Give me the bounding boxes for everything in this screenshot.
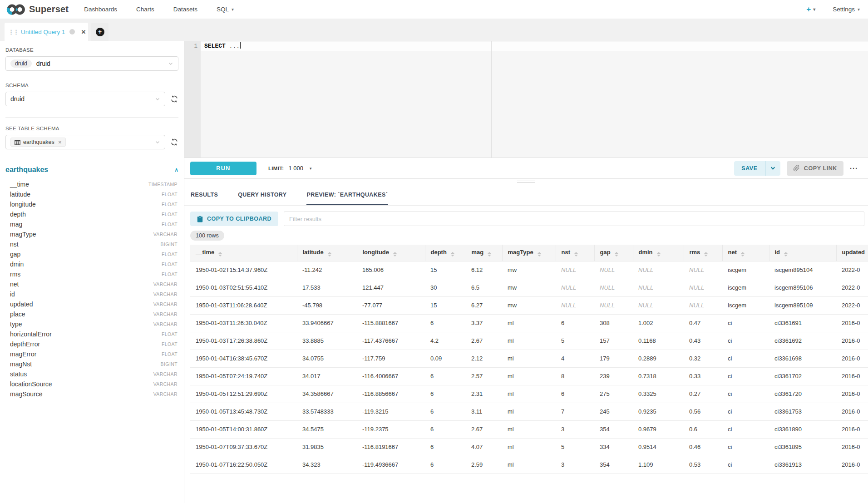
schema-column-type: VARCHAR xyxy=(153,301,178,307)
results-cell: 239 xyxy=(594,367,633,385)
query-tab[interactable]: ⋮⋮ Untitled Query 1 ✕ xyxy=(5,23,88,41)
text-cursor xyxy=(240,42,241,49)
sql-editor[interactable]: 1 SELECT ... xyxy=(184,41,868,158)
new-item-button[interactable]: + ▾ xyxy=(806,5,815,14)
limit-value: 1 000 xyxy=(288,165,303,172)
result-tab[interactable]: QUERY HISTORY xyxy=(237,188,287,205)
schema-column-type: FLOAT xyxy=(162,341,178,347)
results-column-header[interactable]: dmin xyxy=(633,245,684,261)
results-cell: 30 xyxy=(425,279,466,296)
results-column-header[interactable]: updated xyxy=(836,245,868,261)
drag-grip-icon[interactable]: ⋮⋮ xyxy=(8,29,18,35)
schema-column-name: mag xyxy=(10,221,22,228)
results-column-header[interactable]: magType xyxy=(502,245,556,261)
remove-table-icon[interactable]: ✕ xyxy=(58,140,62,145)
save-options-button[interactable] xyxy=(765,161,780,176)
results-column-label: gap xyxy=(600,249,611,256)
limit-dropdown[interactable]: LIMIT: 1 000 ▾ xyxy=(268,165,311,172)
sort-icon[interactable] xyxy=(784,252,788,256)
drag-handle-icon[interactable] xyxy=(517,181,535,184)
results-column-header[interactable]: latitude xyxy=(297,245,357,261)
run-button[interactable]: RUN xyxy=(190,162,256,175)
nav-item-dashboards[interactable]: Dashboards xyxy=(84,6,117,13)
sort-icon[interactable] xyxy=(704,252,708,256)
close-icon[interactable]: ✕ xyxy=(81,29,86,35)
settings-menu[interactable]: Settings ▾ xyxy=(833,6,860,13)
table-schema-header[interactable]: earthquakes ∧ xyxy=(5,166,178,174)
results-cell: 34.0755 xyxy=(297,350,357,367)
results-column-label: __time xyxy=(196,249,214,256)
chevron-up-icon[interactable]: ∧ xyxy=(174,167,178,173)
database-label: DATABASE xyxy=(5,47,178,53)
sort-icon[interactable] xyxy=(574,252,578,256)
results-column-header[interactable]: net xyxy=(722,245,769,261)
results-column-header[interactable]: mag xyxy=(466,245,502,261)
results-column-header[interactable]: id xyxy=(769,245,836,261)
sort-icon[interactable] xyxy=(538,252,541,256)
schema-select[interactable]: druid xyxy=(5,92,165,106)
sort-icon[interactable] xyxy=(328,252,331,256)
nav-item-datasets[interactable]: Datasets xyxy=(173,6,197,13)
results-cell: 2016-0 xyxy=(836,456,868,473)
results-cell: mw xyxy=(502,279,556,296)
results-cell: ci xyxy=(722,314,769,332)
refresh-schema-button[interactable] xyxy=(170,95,178,103)
more-options-button[interactable]: ··· xyxy=(850,164,858,172)
row-count-badge: 100 rows xyxy=(190,231,224,241)
copy-link-button[interactable]: COPY LINK xyxy=(787,161,843,176)
brand[interactable]: Superset xyxy=(6,4,69,15)
results-column-header[interactable]: rms xyxy=(684,245,722,261)
results-cell: 2.67 xyxy=(466,332,502,350)
filter-results-input[interactable] xyxy=(284,212,864,226)
results-cell: 2.57 xyxy=(466,367,502,385)
schema-column-row: magSourceVARCHAR xyxy=(5,389,178,399)
sort-icon[interactable] xyxy=(451,252,454,256)
results-cell: 7 xyxy=(556,403,594,420)
results-column-label: net xyxy=(728,249,737,256)
results-cell: iscgem895104 xyxy=(769,261,836,279)
result-tab[interactable]: PREVIEW: `EARTHQUAKES` xyxy=(306,188,389,205)
refresh-tables-button[interactable] xyxy=(170,138,178,146)
results-cell: NULL xyxy=(633,296,684,314)
print-margin-ruler xyxy=(491,41,492,158)
save-button[interactable]: SAVE xyxy=(734,161,765,176)
results-cell: -11.242 xyxy=(297,261,357,279)
results-cell: NULL xyxy=(594,261,633,279)
schema-column-type: FLOAT xyxy=(162,212,178,217)
copy-to-clipboard-button[interactable]: COPY TO CLIPBOARD xyxy=(190,212,278,226)
database-type-pill: druid xyxy=(10,59,32,68)
sort-icon[interactable] xyxy=(657,252,661,256)
results-row: 1950-01-05T07:24:19.740Z34.017-116.40066… xyxy=(190,367,868,385)
sort-icon[interactable] xyxy=(218,252,222,256)
results-cell: 0.1168 xyxy=(633,332,684,350)
results-column-header[interactable]: longitude xyxy=(357,245,425,261)
results-header-row: __timelatitudelongitudedepthmagmagTypens… xyxy=(190,245,868,261)
table-select[interactable]: earthquakes ✕ xyxy=(5,135,165,149)
sort-icon[interactable] xyxy=(615,252,618,256)
results-column-header[interactable]: nst xyxy=(556,245,594,261)
database-select[interactable]: druid druid xyxy=(5,56,178,71)
schema-column-row: longitudeFLOAT xyxy=(5,199,178,209)
results-column-label: nst xyxy=(562,249,571,256)
result-tab[interactable]: RESULTS xyxy=(190,188,218,205)
table-tag[interactable]: earthquakes ✕ xyxy=(10,138,66,147)
schema-column-row: typeVARCHAR xyxy=(5,319,178,329)
results-column-header[interactable]: __time xyxy=(190,245,297,261)
new-query-tab-button[interactable]: + xyxy=(91,23,108,41)
schema-column-type: FLOAT xyxy=(162,351,178,357)
editor-code-area[interactable]: SELECT ... xyxy=(201,41,868,158)
results-cell: 5 xyxy=(556,438,594,456)
sort-icon[interactable] xyxy=(393,252,397,256)
schema-column-name: depth xyxy=(10,211,26,218)
results-cell: iscgem xyxy=(722,279,769,296)
results-cell: NULL xyxy=(594,296,633,314)
sort-icon[interactable] xyxy=(741,252,745,256)
nav-item-charts[interactable]: Charts xyxy=(136,6,154,13)
database-value: druid xyxy=(36,60,50,67)
results-column-header[interactable]: gap xyxy=(594,245,633,261)
sort-icon[interactable] xyxy=(488,252,491,256)
schema-column-row: magFLOAT xyxy=(5,219,178,229)
results-cell: 1950-01-03T11:06:28.640Z xyxy=(190,296,297,314)
nav-item-sql[interactable]: SQL▾ xyxy=(217,6,234,13)
results-column-header[interactable]: depth xyxy=(425,245,466,261)
